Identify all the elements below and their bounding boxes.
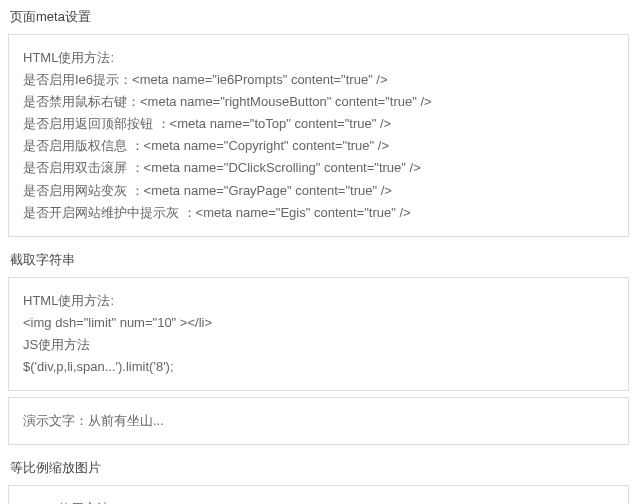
code-line: $('div,p,li,span...').limit('8'); <box>23 356 614 378</box>
code-line: 是否启用版权信息 ：<meta name="Copyright" content… <box>23 135 614 157</box>
code-line: HTML使用方法: <box>23 498 614 504</box>
code-box: HTML使用方法: <img dsh="limit" num="10" ></l… <box>8 277 629 391</box>
code-line: 是否开启网站维护中提示灰 ：<meta name="Egis" content=… <box>23 202 614 224</box>
section-title: 截取字符串 <box>8 243 629 277</box>
code-line: <img dsh="limit" num="10" ></li> <box>23 312 614 334</box>
code-line: 是否启用网站变灰 ：<meta name="GrayPage" content=… <box>23 180 614 202</box>
code-line: HTML使用方法: <box>23 290 614 312</box>
demo-box: 演示文字：从前有坐山... <box>8 397 629 445</box>
section-title: 等比例缩放图片 <box>8 451 629 485</box>
code-line: 是否启用双击滚屏 ：<meta name="DClickScrolling" c… <box>23 157 614 179</box>
demo-line: 演示文字：从前有坐山... <box>23 410 614 432</box>
code-box: HTML使用方法: <p dsh="imgAuto" width="80" he… <box>8 485 629 504</box>
code-line: JS使用方法 <box>23 334 614 356</box>
code-line: 是否启用Ie6提示：<meta name="ie6Prompts" conten… <box>23 69 614 91</box>
section-title: 页面meta设置 <box>8 0 629 34</box>
code-line: 是否启用返回顶部按钮 ：<meta name="toTop" content="… <box>23 113 614 135</box>
code-line: HTML使用方法: <box>23 47 614 69</box>
code-line: 是否禁用鼠标右键：<meta name="rightMouseButton" c… <box>23 91 614 113</box>
code-box: HTML使用方法: 是否启用Ie6提示：<meta name="ie6Promp… <box>8 34 629 237</box>
